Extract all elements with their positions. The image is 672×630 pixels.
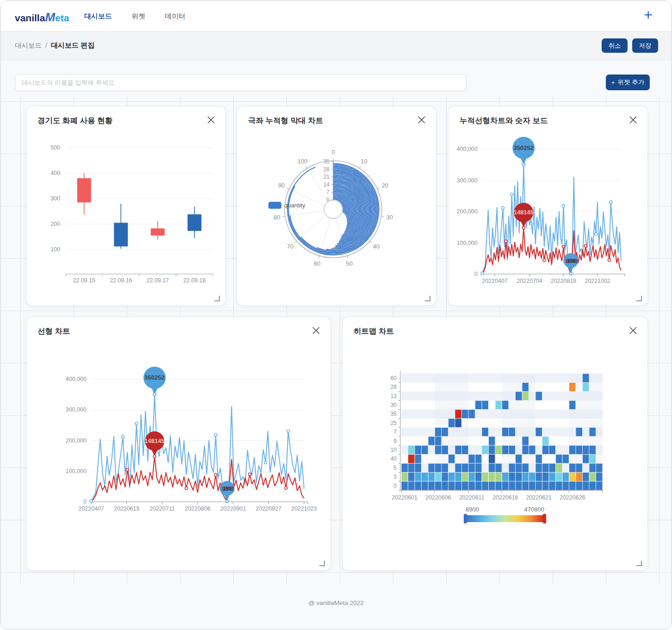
svg-text:30: 30 (391, 402, 397, 408)
svg-text:35: 35 (324, 158, 330, 165)
svg-text:350252: 350252 (514, 144, 534, 151)
close-icon[interactable] (206, 115, 216, 125)
widget-title: 경기도 화폐 사용 현황 (37, 116, 112, 126)
header-add-icon[interactable]: + (644, 7, 653, 22)
svg-text:400,000: 400,000 (457, 146, 478, 152)
svg-text:22.09.16: 22.09.16 (110, 277, 132, 284)
svg-text:20220621: 20220621 (526, 494, 552, 501)
resize-handle[interactable] (636, 561, 642, 566)
svg-text:20220818: 20220818 (551, 278, 577, 284)
svg-text:20220407: 20220407 (78, 505, 104, 512)
footer-copyright: @ vanillaMeta 2022 (1, 599, 671, 606)
scale-max-handle[interactable] (543, 514, 546, 524)
svg-text:20: 20 (382, 182, 388, 189)
svg-text:60: 60 (391, 375, 397, 381)
svg-text:7: 7 (326, 189, 330, 195)
svg-text:100,000: 100,000 (66, 468, 87, 474)
svg-text:1592: 1592 (223, 486, 234, 492)
breadcrumb-actions: 취소 저장 (602, 38, 658, 53)
svg-text:300: 300 (50, 195, 60, 202)
widget-title: 누적선형차트와 숫자 보드 (460, 116, 548, 126)
resize-handle[interactable] (425, 296, 430, 301)
svg-text:200: 200 (50, 221, 60, 227)
app-window: vanillaMeta 대시보드 위젯 데이터 + 대시보드/대시보드 편집 취… (0, 0, 672, 630)
svg-text:14: 14 (324, 181, 330, 188)
svg-text:20220407: 20220407 (482, 278, 508, 284)
widget-title: 극좌 누적형 막대 차트 (248, 116, 323, 126)
svg-text:500: 500 (50, 144, 60, 151)
plus-icon: + (611, 79, 615, 86)
scale-min-label: 8900 (466, 506, 479, 513)
svg-text:20221023: 20221023 (291, 505, 317, 512)
polar-chart: 01020304050607080901000714212835quantity (243, 132, 430, 293)
svg-text:148145: 148145 (514, 209, 534, 216)
svg-text:35: 35 (391, 411, 397, 417)
nav-item-widget[interactable]: 위젯 (131, 12, 145, 21)
svg-text:30: 30 (386, 214, 393, 221)
stacked-line-chart: 0100,000200,000300,000400,00020220407202… (454, 132, 642, 294)
breadcrumb-parent[interactable]: 대시보드 (15, 42, 42, 49)
svg-text:40: 40 (373, 243, 380, 250)
svg-text:20220611: 20220611 (459, 494, 485, 501)
svg-text:10: 10 (361, 158, 367, 165)
cancel-button[interactable]: 취소 (602, 38, 628, 53)
svg-text:100: 100 (50, 246, 60, 253)
resize-handle[interactable] (214, 296, 220, 301)
svg-text:0: 0 (83, 499, 87, 505)
svg-text:400,000: 400,000 (66, 376, 87, 382)
resize-handle[interactable] (636, 296, 642, 301)
svg-text:20220901: 20220901 (220, 505, 246, 512)
top-header: vanillaMeta 대시보드 위젯 데이터 + (1, 1, 671, 31)
svg-text:90: 90 (278, 182, 285, 189)
widget-polar-chart: 극좌 누적형 막대 차트 010203040506070809010007142… (237, 106, 436, 306)
svg-text:20220606: 20220606 (425, 494, 451, 501)
svg-text:20220927: 20220927 (256, 505, 282, 512)
logo[interactable]: vanillaMeta (15, 10, 69, 25)
svg-text:3: 3 (393, 474, 397, 480)
scale-min-handle[interactable] (464, 514, 467, 524)
svg-text:200,000: 200,000 (457, 208, 478, 215)
svg-text:60: 60 (314, 260, 320, 267)
svg-text:200,000: 200,000 (66, 437, 87, 444)
color-gradient-bar[interactable] (466, 515, 544, 522)
add-widget-label: 위젯 추가 (618, 78, 645, 87)
svg-text:40: 40 (391, 455, 397, 462)
svg-text:25: 25 (391, 420, 397, 426)
nav-item-dashboard[interactable]: 대시보드 (84, 12, 112, 21)
close-icon[interactable] (628, 115, 638, 125)
svg-text:7: 7 (393, 429, 397, 435)
resize-handle[interactable] (319, 561, 325, 566)
svg-text:21: 21 (324, 174, 330, 180)
svg-text:20220711: 20220711 (149, 505, 175, 512)
logo-m-icon: M (45, 10, 55, 24)
svg-text:22.09.17: 22.09.17 (146, 277, 169, 284)
scale-max-label: 470800 (524, 506, 544, 513)
svg-text:20220601: 20220601 (392, 494, 417, 501)
close-icon[interactable] (628, 325, 638, 336)
svg-text:22.09.18: 22.09.18 (183, 277, 206, 284)
svg-text:0: 0 (393, 483, 397, 489)
nav-item-data[interactable]: 데이터 (165, 12, 186, 21)
line-chart: 0100,000200,000300,000400,00020220407202… (32, 363, 325, 518)
breadcrumb-current: 대시보드 편집 (51, 41, 94, 49)
breadcrumb: 대시보드/대시보드 편집 (15, 41, 94, 50)
close-icon[interactable] (417, 115, 427, 125)
svg-text:20220806: 20220806 (185, 505, 211, 512)
svg-text:28: 28 (324, 166, 330, 173)
svg-text:20220615: 20220615 (114, 505, 140, 512)
dashboard-name-input[interactable] (15, 74, 467, 91)
add-widget-button[interactable]: +위젯 추가 (606, 75, 650, 90)
dashboard-editor: +위젯 추가 경기도 화폐 사용 현황 50040030020010022.09… (1, 60, 671, 629)
svg-text:28: 28 (391, 384, 397, 390)
svg-text:300,000: 300,000 (66, 406, 87, 413)
save-button[interactable]: 저장 (632, 38, 658, 53)
svg-text:400: 400 (50, 170, 60, 176)
widget-title: 선형 차트 (37, 326, 70, 337)
svg-text:13: 13 (391, 393, 397, 399)
widget-title: 히트맵 차트 (354, 326, 394, 337)
close-icon[interactable] (311, 325, 321, 336)
svg-text:0: 0 (474, 271, 478, 277)
svg-text:10: 10 (391, 447, 397, 453)
svg-text:0: 0 (326, 197, 330, 203)
logo-text-vanilla: vanilla (15, 12, 45, 23)
